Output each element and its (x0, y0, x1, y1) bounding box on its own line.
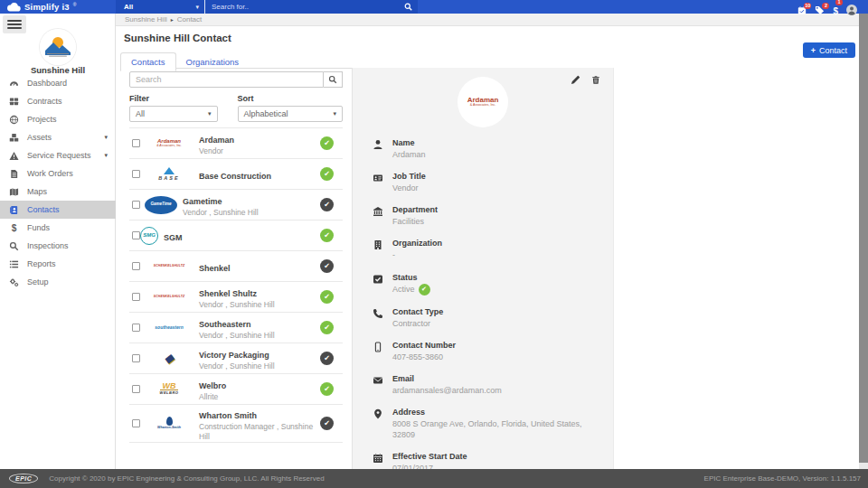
contact-name: Shenkel Shultz (199, 289, 257, 298)
row-checkbox[interactable] (132, 354, 140, 362)
tags-notifications-button[interactable]: 2 (815, 5, 825, 15)
status-check-icon (320, 417, 334, 430)
edit-pencil-icon[interactable] (571, 75, 580, 85)
status-check-icon (320, 352, 334, 365)
chevron-down-icon: ▾ (208, 110, 212, 117)
global-search-input[interactable]: Search for.. (205, 3, 398, 11)
vertical-scrollbar[interactable] (859, 14, 868, 469)
bank-icon (373, 206, 383, 227)
list-item-gametime[interactable]: GameTime GametimeVendor , Sunshine Hill (129, 189, 343, 220)
row-checkbox[interactable] (132, 419, 140, 427)
row-checkbox[interactable] (132, 262, 140, 270)
sort-select[interactable]: Alphabetical ▾ (238, 106, 343, 122)
sidebar-item-reports[interactable]: Reports (0, 255, 116, 273)
sidebar-item-contacts[interactable]: Contacts (0, 201, 116, 219)
row-checkbox[interactable] (132, 231, 140, 239)
work-order-notifications-button[interactable]: 10 (797, 5, 807, 15)
tab-contacts[interactable]: Contacts (120, 52, 176, 71)
chevron-down-icon: ▾ (104, 134, 108, 141)
menu-toggle-button[interactable] (3, 15, 26, 33)
row-checkbox[interactable] (132, 293, 140, 301)
contact-name: Wharton Smith (199, 411, 257, 420)
contact-name: Shenkel (199, 264, 231, 273)
app-window: Simplify i3 ® All ▾ Search for.. 10 2 (0, 0, 868, 488)
list-item-ardaman[interactable]: Ardaman& Associates, Inc. ArdamanVendor (129, 127, 343, 158)
list-item-welbro[interactable]: WBWELBRO WelbroAllrite (129, 373, 343, 404)
company-logo: WBWELBRO (145, 382, 193, 395)
status-check-icon (320, 136, 334, 150)
cubes-icon (9, 133, 19, 143)
row-checkbox[interactable] (132, 170, 140, 178)
add-contact-button[interactable]: + Contact (803, 42, 855, 58)
list-item-sgm[interactable]: SMG SGM (129, 220, 343, 250)
filter-sort-row: Filter All ▾ Sort Alphabetical ▾ (129, 93, 343, 122)
scrollbar-thumb[interactable] (859, 14, 868, 463)
sidebar-item-service-requests[interactable]: Service Requests ▾ (0, 146, 116, 164)
row-checkbox[interactable] (132, 201, 140, 209)
status-check-icon (320, 259, 334, 273)
company-logo: BASE (145, 167, 193, 181)
list-item-base-construction[interactable]: BASE Base Construction (129, 158, 343, 189)
sidebar-item-contracts[interactable]: Contracts (0, 92, 116, 110)
gears-icon (9, 277, 19, 287)
company-logo: SCHENKELSHULTZ (145, 296, 193, 299)
row-checkbox[interactable] (132, 139, 140, 147)
user-avatar[interactable] (846, 5, 857, 15)
field-contact-type: Contact TypeContractor (373, 307, 613, 329)
status-check-icon (320, 167, 334, 181)
sidebar-item-assets[interactable]: Assets ▾ (0, 128, 116, 146)
global-search: All ▾ Search for.. (116, 0, 418, 14)
company-logo: GameTime (145, 196, 177, 214)
warning-triangle-icon (9, 151, 19, 161)
breadcrumb: Sunshine Hill ▸ Contact (116, 14, 859, 26)
breadcrumb-parent[interactable]: Sunshine Hill (125, 15, 167, 23)
tab-bar: Contacts Organizations (120, 52, 249, 70)
list-item-southeastern[interactable]: southeastern SoutheasternVendor , Sunshi… (129, 312, 343, 343)
list-item-shenkel[interactable]: SCHENKELSHULTZ Shenkel (129, 250, 343, 281)
contact-list-panel: Filter All ▾ Sort Alphabetical ▾ (120, 68, 353, 469)
funds-notifications-button[interactable]: $ 1 (833, 2, 838, 18)
field-contact-number: Contact Number407-855-3860 (373, 341, 613, 362)
brand-name: Simplify i3 (24, 2, 70, 12)
contact-search-input[interactable] (129, 71, 324, 88)
contact-subtitle: Vendor , Sunshine Hill (183, 208, 316, 218)
search-scope-select[interactable]: All ▾ (116, 0, 205, 14)
sidebar-item-inspections[interactable]: Inspections (0, 237, 116, 255)
contracts-icon (9, 97, 19, 107)
tab-organizations[interactable]: Organizations (176, 53, 250, 70)
contact-search-button[interactable] (324, 71, 343, 88)
detail-fields: NameArdaman Job TitleVendor DepartmentFa… (373, 138, 613, 474)
chevron-down-icon: ▾ (104, 152, 108, 159)
sidebar-item-funds[interactable]: $ Funds (0, 219, 116, 237)
company-logo: SCHENKELSHULTZ (145, 265, 193, 268)
id-card-icon (373, 173, 383, 193)
phone-icon (373, 308, 383, 329)
sidebar-item-dashboard[interactable]: Dashboard (0, 74, 116, 92)
filter-select[interactable]: All ▾ (129, 106, 218, 122)
delete-trash-icon[interactable] (591, 75, 600, 85)
row-checkbox[interactable] (132, 385, 140, 393)
sidebar-item-projects[interactable]: Projects (0, 110, 116, 128)
svg-text:$: $ (12, 223, 17, 233)
contact-name: Welbro (199, 381, 226, 390)
field-address: Address8008 S Orange Ave, Orlando, Flori… (373, 408, 613, 440)
status-check-icon (320, 290, 334, 304)
org-logo (40, 29, 76, 65)
contact-rows: Ardaman& Associates, Inc. ArdamanVendor … (129, 127, 343, 443)
sidebar-item-setup[interactable]: Setup (0, 273, 116, 291)
sidebar-item-work-orders[interactable]: Work Orders (0, 164, 116, 183)
dashboard-icon (9, 79, 19, 89)
list-item-wharton-smith[interactable]: Wharton-Smith Wharton SmithConstruction … (129, 404, 343, 443)
sidebar-item-maps[interactable]: Maps (0, 183, 116, 201)
sidebar: Sunshine Hill Dashboard Contracts Projec… (0, 14, 116, 469)
global-search-button[interactable] (398, 0, 418, 14)
notification-badge: 10 (804, 3, 811, 9)
top-bar: Simplify i3 ® All ▾ Search for.. 10 2 (0, 0, 868, 14)
notification-badge: 1 (835, 0, 843, 5)
field-department: DepartmentFacilities (373, 205, 613, 227)
file-text-icon (9, 169, 19, 179)
row-checkbox[interactable] (132, 324, 140, 332)
list-item-victory-packaging[interactable]: ◆ Victory PackagingVendor , Sunshine Hil… (129, 343, 343, 373)
list-item-shenkel-shultz[interactable]: SCHENKELSHULTZ Shenkel ShultzVendor , Su… (129, 281, 343, 312)
contact-search-row (129, 71, 343, 88)
